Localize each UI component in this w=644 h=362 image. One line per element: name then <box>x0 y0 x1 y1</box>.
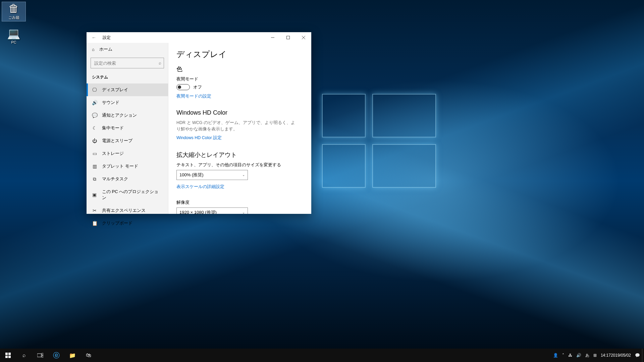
task-view-icon <box>37 353 43 358</box>
taskbar-people[interactable]: 👤 <box>551 349 560 362</box>
svg-rect-7 <box>8 356 11 358</box>
search-input[interactable] <box>91 58 164 68</box>
svg-rect-10 <box>42 356 43 358</box>
ime-pad-icon: ⊞ <box>593 353 597 358</box>
show-desktop-button[interactable] <box>642 349 644 362</box>
svg-rect-8 <box>37 354 41 357</box>
tray-ime[interactable]: あ <box>583 349 591 362</box>
recycle-bin-icon: 🗑 <box>2 3 25 14</box>
ime-indicator: あ <box>585 353 589 358</box>
toggle-track <box>176 84 190 90</box>
sidebar-home[interactable]: ⌂ ホーム <box>87 43 168 56</box>
display-icon: 🖵 <box>92 87 97 93</box>
titlebar[interactable]: ← 設定 <box>87 32 311 43</box>
taskbar-app-explorer[interactable]: 📁 <box>64 349 80 362</box>
sidebar-item-display[interactable]: 🖵 ディスプレイ <box>87 83 168 96</box>
pc-icon: 💻 <box>2 28 25 39</box>
minimize-button[interactable] <box>265 32 280 43</box>
folder-icon: 📁 <box>69 352 76 359</box>
sidebar-item-label: ディスプレイ <box>102 87 128 93</box>
toggle-state: オフ <box>193 84 202 90</box>
network-icon: 🖧 <box>568 353 572 358</box>
sidebar-item-label: 共有エクスペリエンス <box>102 207 146 214</box>
wallpaper-pane <box>372 144 436 188</box>
tray-network[interactable]: 🖧 <box>566 349 574 362</box>
night-light-label: 夜間モード <box>176 76 303 82</box>
action-center-button[interactable]: 💬 <box>633 349 642 362</box>
night-light-toggle[interactable]: オフ <box>176 84 303 90</box>
sidebar-item-sound[interactable]: 🔊 サウンド <box>87 96 168 109</box>
clipboard-icon: 📋 <box>92 221 97 226</box>
taskbar-clock[interactable]: 14:17 2019/05/02 <box>599 349 633 362</box>
taskbar-app-ie[interactable]: ⓔ <box>48 349 64 362</box>
search-icon: ⌕ <box>159 60 161 65</box>
sidebar-item-notifications[interactable]: 💬 通知とアクション <box>87 109 168 122</box>
sidebar-item-label: サウンド <box>102 100 119 106</box>
sidebar-item-label: クリップボード <box>102 220 132 226</box>
wallpaper-pane <box>372 94 436 137</box>
resolution-label: 解像度 <box>176 200 303 205</box>
close-icon <box>302 36 305 39</box>
hdcolor-heading: Windows HD Color <box>176 109 303 116</box>
desktop-icon-label: PC <box>2 40 25 44</box>
svg-rect-9 <box>42 353 43 355</box>
wallpaper-pane <box>322 144 366 188</box>
home-icon: ⌂ <box>92 47 95 52</box>
volume-icon: 🔊 <box>576 353 581 358</box>
scale-heading: 拡大縮小とレイアウト <box>176 151 303 159</box>
svg-rect-6 <box>5 356 8 358</box>
sidebar-item-projection[interactable]: ▣ この PC へのプロジェクション <box>87 185 168 204</box>
desktop-icon-label: ごみ箱 <box>2 15 25 20</box>
maximize-icon <box>286 36 290 39</box>
scale-advanced-link[interactable]: 表示スケールの詳細設定 <box>176 184 224 190</box>
sidebar-item-clipboard[interactable]: 📋 クリップボード <box>87 217 168 230</box>
action-center-icon: 💬 <box>635 353 640 358</box>
scale-dropdown[interactable]: 100% (推奨) ⌄ <box>176 170 248 180</box>
svg-rect-5 <box>8 353 11 355</box>
sidebar-search: ⌕ <box>91 58 164 68</box>
tray-ime-pad[interactable]: ⊞ <box>591 349 599 362</box>
maximize-button[interactable] <box>280 32 296 43</box>
desktop-icon-recycle-bin[interactable]: 🗑 ごみ箱 <box>2 2 25 21</box>
sidebar-item-tablet[interactable]: ▥ タブレット モード <box>87 160 168 173</box>
desktop[interactable]: 🗑 ごみ箱 💻 PC ← 設定 ⌂ ホーム <box>0 0 644 362</box>
chevron-up-icon: ˄ <box>562 353 564 358</box>
notification-icon: 💬 <box>92 113 97 118</box>
sidebar-section-label: システム <box>87 73 168 83</box>
storage-icon: ▭ <box>92 151 97 156</box>
focus-icon: ☾ <box>92 125 97 131</box>
sidebar-item-storage[interactable]: ▭ ストレージ <box>87 147 168 160</box>
night-light-settings-link[interactable]: 夜間モードの設定 <box>176 94 211 99</box>
search-button[interactable]: ⌕ <box>16 349 32 362</box>
dropdown-value: 644 × 362 (推奨) <box>179 209 217 214</box>
sidebar-item-shared[interactable]: ✂ 共有エクスペリエンス <box>87 204 168 217</box>
taskbar: ⌕ ⓔ 📁 🛍 👤 ˄ 🖧 🔊 あ ⊞ 14:17 2019/05/02 💬 <box>0 349 644 362</box>
clock-time: 14:17 <box>601 353 611 358</box>
task-view-button[interactable] <box>32 349 48 362</box>
settings-main[interactable]: ディスプレイ 色 夜間モード オフ 夜間モードの設定 Windows HD Co… <box>168 43 311 214</box>
chevron-down-icon: ⌄ <box>242 173 245 177</box>
desktop-icon-pc[interactable]: 💻 PC <box>2 28 25 44</box>
back-button[interactable]: ← <box>87 35 101 40</box>
sidebar-item-label: マルチタスク <box>102 176 128 182</box>
windows-logo-icon <box>5 353 11 358</box>
resolution-dropdown[interactable]: 644 × 362 (推奨) ⌄ <box>176 207 248 214</box>
start-button[interactable] <box>0 349 16 362</box>
window-title: 設定 <box>103 35 111 41</box>
minimize-icon <box>271 36 274 39</box>
taskbar-app-store[interactable]: 🛍 <box>80 349 97 362</box>
sidebar-item-label: 集中モード <box>102 125 124 131</box>
sound-icon: 🔊 <box>92 100 97 105</box>
sidebar-item-multitask[interactable]: ⧉ マルチタスク <box>87 173 168 185</box>
scale-label: テキスト、アプリ、その他の項目のサイズを変更する <box>176 162 303 168</box>
sidebar-item-focus[interactable]: ☾ 集中モード <box>87 122 168 134</box>
sidebar-item-label: ストレージ <box>102 150 124 157</box>
sidebar-item-power[interactable]: ⏻ 電源とスリープ <box>87 134 168 147</box>
close-button[interactable] <box>296 32 311 43</box>
clock-date: 2019/05/02 <box>611 353 631 358</box>
svg-rect-1 <box>287 36 290 39</box>
hdcolor-settings-link[interactable]: Windows HD Color 設定 <box>176 135 222 141</box>
tray-volume[interactable]: 🔊 <box>574 349 583 362</box>
tray-overflow[interactable]: ˄ <box>560 349 566 362</box>
hdcolor-description: HDR と WCG のビデオ、ゲーム、アプリで、より明るく、より鮮やかな画像を表… <box>176 120 297 132</box>
